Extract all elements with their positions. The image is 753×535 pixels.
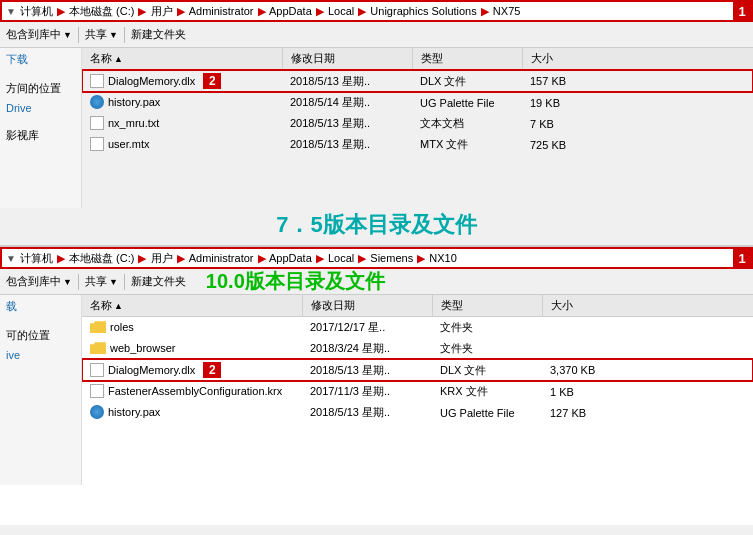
table-row[interactable]: web_browser 2018/3/24 星期.. 文件夹 [82,338,753,359]
table-row[interactable]: user.mtx 2018/5/13 星期.. MTX 文件 725 KB [82,134,753,155]
file-icon-globe-top [90,95,104,109]
file-icon-globe-bottom [90,405,104,419]
address-bar-top[interactable]: 计算机 ▶ 本地磁盘 (C:) ▶ 用户 ▶ Administrator ▶ A… [20,4,520,19]
file-icon-folder-web [90,341,106,354]
table-row[interactable]: history.pax 2018/5/14 星期.. UG Palette Fi… [82,92,753,113]
file-icon-krx-bottom [90,384,104,398]
table-row[interactable]: DialogMemory.dlx 2 2018/5/13 星期.. DLX 文件… [82,359,753,381]
badge-2-bottom: 2 [203,362,221,378]
sidebar-item-bottom-0[interactable]: 载 [6,299,75,314]
include-library-btn-top[interactable]: 包含到库中 [6,27,61,42]
table-row[interactable]: history.pax 2018/5/13 星期.. UG Palette Fi… [82,402,753,423]
address-bar-bottom[interactable]: 计算机 ▶ 本地磁盘 (C:) ▶ 用户 ▶ Administrator ▶ A… [20,251,457,266]
file-name-bottom-4: history.pax [108,406,160,418]
file-icon-dlx-top [90,74,104,88]
file-icon-txt-top [90,116,104,130]
col-name-bottom[interactable]: 名称▲ [82,295,302,317]
sidebar-item-bottom-2[interactable]: ive [6,349,75,361]
share-btn-top[interactable]: 共享 [85,27,107,42]
share-btn-bottom[interactable]: 共享 [85,274,107,289]
col-size-bottom[interactable]: 大小 [542,295,753,317]
badge-1-top: 1 [733,2,751,20]
file-name-top-2: nx_mru.txt [108,117,159,129]
file-name-bottom-0: roles [110,321,134,333]
badge-2-top: 2 [203,73,221,89]
section-title-bottom: 10.0版本目录及文件 [206,268,385,295]
col-date-top[interactable]: 修改日期 [282,48,412,70]
col-type-bottom[interactable]: 类型 [432,295,542,317]
col-type-top[interactable]: 类型 [412,48,522,70]
file-name-bottom-3: FastenerAssemblyConfiguration.krx [108,385,282,397]
sidebar-item-top-3[interactable]: 影视库 [6,128,75,143]
badge-1-bottom: 1 [733,249,751,267]
col-date-bottom[interactable]: 修改日期 [302,295,432,317]
file-name-bottom-2: DialogMemory.dlx [108,364,195,376]
include-library-btn-bottom[interactable]: 包含到库中 [6,274,61,289]
file-icon-mtx-top [90,137,104,151]
sidebar-item-top-1[interactable]: 方间的位置 [6,81,75,96]
table-row[interactable]: FastenerAssemblyConfiguration.krx 2017/1… [82,381,753,402]
table-row[interactable]: DialogMemory.dlx 2 2018/5/13 星期.. DLX 文件… [82,70,753,93]
section-title-top: 7．5版本目录及文件 [0,208,753,242]
table-row[interactable]: nx_mru.txt 2018/5/13 星期.. 文本文档 7 KB [82,113,753,134]
file-icon-dlx-bottom [90,363,104,377]
sidebar-item-top-0[interactable]: 下载 [6,52,75,67]
sidebar-item-top-2[interactable]: Drive [6,102,75,114]
new-folder-btn-bottom[interactable]: 新建文件夹 [131,274,186,289]
file-icon-folder-roles [90,320,106,333]
col-size-top[interactable]: 大小 [522,48,753,70]
col-name-top[interactable]: 名称▲ [82,48,282,70]
table-row[interactable]: roles 2017/12/17 星.. 文件夹 [82,317,753,339]
new-folder-btn-top[interactable]: 新建文件夹 [131,27,186,42]
sidebar-item-bottom-1[interactable]: 可的位置 [6,328,75,343]
file-name-top-0: DialogMemory.dlx [108,75,195,87]
file-name-top-3: user.mtx [108,138,150,150]
file-name-bottom-1: web_browser [110,342,175,354]
file-name-top-1: history.pax [108,96,160,108]
